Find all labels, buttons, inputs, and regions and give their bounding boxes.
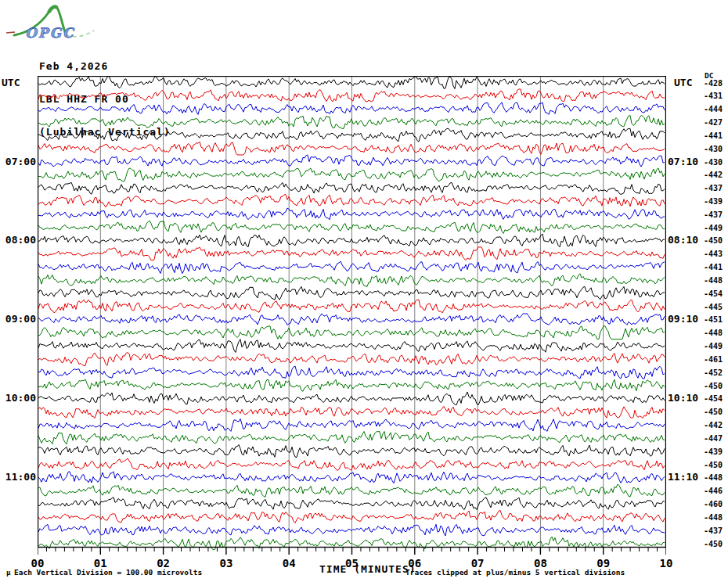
utc-left-label: UTC — [2, 77, 20, 88]
dc-value: -446 — [704, 487, 723, 495]
left-time-label: 09:00 — [0, 314, 36, 325]
dc-value: -449 — [704, 342, 723, 350]
dc-value: -443 — [704, 250, 723, 258]
dc-value: -441 — [704, 263, 723, 271]
dc-value: -445 — [704, 303, 723, 311]
dc-value: -449 — [704, 224, 723, 232]
left-time-label: 10:00 — [0, 393, 36, 404]
dc-value: -461 — [704, 355, 723, 364]
dc-value: -437 — [704, 210, 723, 219]
dc-value: -448 — [704, 473, 723, 482]
dc-value: -427 — [704, 118, 723, 127]
left-time-label: 08:00 — [0, 235, 36, 246]
dc-value: -452 — [704, 368, 723, 377]
dc-value: -437 — [704, 526, 723, 535]
dc-value: -448 — [704, 276, 723, 285]
dc-value: -460 — [704, 500, 723, 508]
left-time-label: 11:00 — [0, 472, 36, 483]
dc-value: -444 — [704, 105, 723, 113]
dc-value: -450 — [704, 408, 723, 416]
time-axis-title: TIME (MINUTES) — [319, 563, 416, 575]
dc-value: -442 — [704, 421, 723, 429]
dc-value: -448 — [704, 329, 723, 337]
dc-value: -439 — [704, 447, 723, 456]
right-time-label: 07:10 — [668, 156, 698, 167]
dc-value: -454 — [704, 289, 723, 298]
dc-value: -441 — [704, 131, 723, 140]
dc-value: -450 — [704, 540, 723, 548]
helicorder-plot — [38, 76, 666, 558]
dc-value: -428 — [704, 79, 723, 88]
logo-text: OPGC — [25, 25, 75, 41]
dc-value: -450 — [704, 461, 723, 469]
opgc-logo: OPGC — [5, 2, 97, 44]
dc-value: -447 — [704, 434, 723, 443]
right-time-label: 09:10 — [668, 314, 698, 325]
x-tick-label: 03 — [219, 557, 232, 569]
x-tick-label: 04 — [283, 557, 296, 569]
dc-value: -450 — [704, 236, 723, 245]
dc-value: -430 — [704, 145, 723, 153]
x-tick-label: 10 — [660, 557, 673, 569]
helicorder-page: OPGC Feb 4,2026 LBL HHZ FR 00 (Lubilhac … — [0, 0, 728, 582]
scale-note: Each Vertical Division = 100.00 microvol… — [14, 568, 202, 577]
right-time-label: 10:10 — [668, 393, 698, 404]
dc-value: -439 — [704, 197, 723, 206]
record-date: Feb 4,2026 — [39, 61, 171, 72]
utc-right-label: UTC — [674, 77, 692, 88]
dc-value: -454 — [704, 394, 723, 403]
dc-value: -437 — [704, 184, 723, 192]
micro-symbol: µ — [6, 569, 10, 577]
dc-value: -450 — [704, 382, 723, 390]
left-time-label: 07:00 — [0, 156, 36, 167]
right-time-label: 11:10 — [668, 472, 698, 483]
dc-value: -430 — [704, 158, 723, 167]
logo-mountain-peak — [49, 7, 57, 13]
dc-value: -448 — [704, 513, 723, 522]
right-time-label: 08:10 — [668, 235, 698, 246]
dc-value: -431 — [704, 92, 723, 100]
clip-note: Traces clipped at plus/minus 5 vertical … — [405, 568, 625, 577]
dc-value: -451 — [704, 315, 723, 324]
dc-value: -442 — [704, 171, 723, 179]
logo-left-dash — [6, 32, 15, 33]
